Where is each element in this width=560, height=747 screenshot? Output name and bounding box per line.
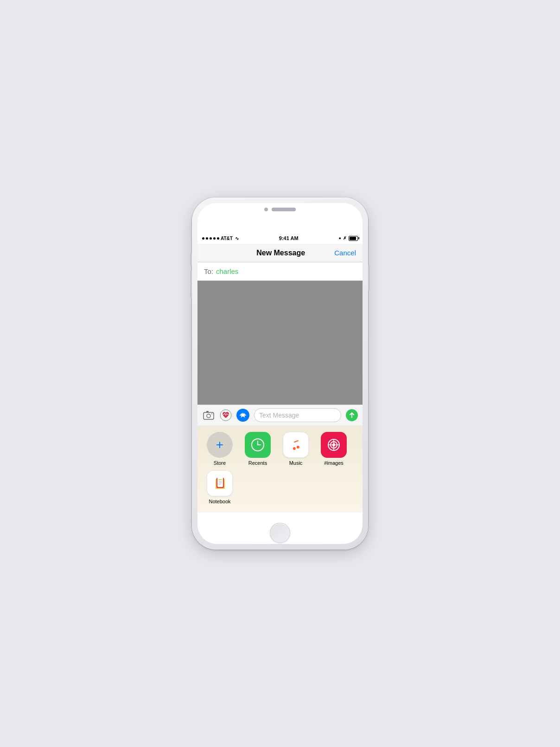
notebook-label: Notebook bbox=[209, 499, 230, 504]
signal-dot-3 bbox=[210, 237, 212, 240]
images-label: #images bbox=[324, 460, 344, 466]
signal-dot-2 bbox=[206, 237, 208, 240]
earpiece-speaker bbox=[272, 208, 296, 211]
wifi-icon: ∿ bbox=[235, 236, 239, 241]
svg-rect-23 bbox=[218, 481, 222, 482]
signal-dot-5 bbox=[217, 237, 219, 240]
notebook-icon bbox=[207, 470, 233, 496]
svg-point-11 bbox=[293, 447, 296, 450]
carrier-label: AT&T bbox=[221, 236, 233, 241]
appstore-icon-bg: A bbox=[236, 409, 249, 422]
battery-indicator bbox=[349, 236, 358, 241]
svg-text:A: A bbox=[241, 412, 245, 418]
appstore-button[interactable]: A bbox=[236, 409, 249, 422]
recents-label: Recents bbox=[248, 460, 267, 466]
music-icon bbox=[283, 432, 309, 458]
text-input-placeholder: Text Message bbox=[259, 411, 336, 419]
store-app-item[interactable]: + Store bbox=[204, 432, 235, 466]
notebook-app-item[interactable]: Notebook bbox=[204, 470, 235, 504]
phone-top-bar bbox=[264, 208, 296, 211]
phone-screen-container: AT&T ∿ 9:41 AM ● ✗ New Message Cancel bbox=[197, 203, 363, 544]
status-left: AT&T ∿ bbox=[202, 236, 239, 241]
status-right: ● ✗ bbox=[339, 236, 358, 241]
svg-point-12 bbox=[297, 446, 299, 449]
cancel-button[interactable]: Cancel bbox=[334, 249, 356, 257]
recents-app-item[interactable]: Recents bbox=[242, 432, 274, 466]
phone-frame: AT&T ∿ 9:41 AM ● ✗ New Message Cancel bbox=[192, 197, 368, 550]
svg-point-3 bbox=[211, 413, 212, 414]
signal-dot-1 bbox=[202, 237, 204, 240]
svg-rect-24 bbox=[218, 482, 222, 483]
app-tray: + Store Recents bbox=[197, 425, 363, 513]
svg-rect-0 bbox=[204, 412, 214, 419]
music-label: Music bbox=[289, 460, 303, 466]
svg-rect-22 bbox=[218, 479, 222, 480]
store-icon: + bbox=[207, 432, 233, 458]
svg-rect-21 bbox=[217, 477, 223, 487]
send-button[interactable] bbox=[346, 409, 358, 421]
to-value: charles bbox=[216, 267, 238, 275]
images-app-item[interactable]: # #images bbox=[318, 432, 350, 466]
battery-fill bbox=[350, 237, 356, 240]
plus-icon: + bbox=[216, 438, 223, 451]
home-button[interactable] bbox=[270, 523, 290, 543]
signal-dot-4 bbox=[213, 237, 216, 240]
to-field[interactable]: To: charles bbox=[197, 262, 363, 281]
heartbeat-button[interactable] bbox=[220, 409, 232, 421]
to-label: To: bbox=[204, 267, 213, 275]
lock-icon: ● bbox=[339, 236, 341, 241]
camera-button[interactable] bbox=[202, 409, 215, 422]
app-tray-row-2: Notebook bbox=[204, 470, 356, 504]
input-toolbar: A Text Message bbox=[197, 405, 363, 425]
nav-bar: New Message Cancel bbox=[197, 244, 363, 262]
front-camera bbox=[264, 208, 268, 211]
bluetooth-icon: ✗ bbox=[343, 236, 347, 241]
status-time: 9:41 AM bbox=[279, 235, 299, 241]
message-area[interactable] bbox=[197, 281, 363, 405]
images-icon: # bbox=[321, 432, 347, 458]
svg-rect-25 bbox=[218, 484, 221, 485]
store-label: Store bbox=[214, 460, 226, 466]
svg-rect-2 bbox=[206, 411, 209, 412]
screen: AT&T ∿ 9:41 AM ● ✗ New Message Cancel bbox=[197, 233, 363, 513]
app-tray-row-1: + Store Recents bbox=[204, 432, 356, 466]
recents-icon bbox=[245, 432, 271, 458]
text-input-container[interactable]: Text Message bbox=[254, 408, 341, 422]
nav-title: New Message bbox=[256, 249, 305, 257]
music-app-item[interactable]: Music bbox=[280, 432, 312, 466]
svg-point-1 bbox=[207, 414, 210, 418]
status-bar: AT&T ∿ 9:41 AM ● ✗ bbox=[197, 233, 363, 244]
